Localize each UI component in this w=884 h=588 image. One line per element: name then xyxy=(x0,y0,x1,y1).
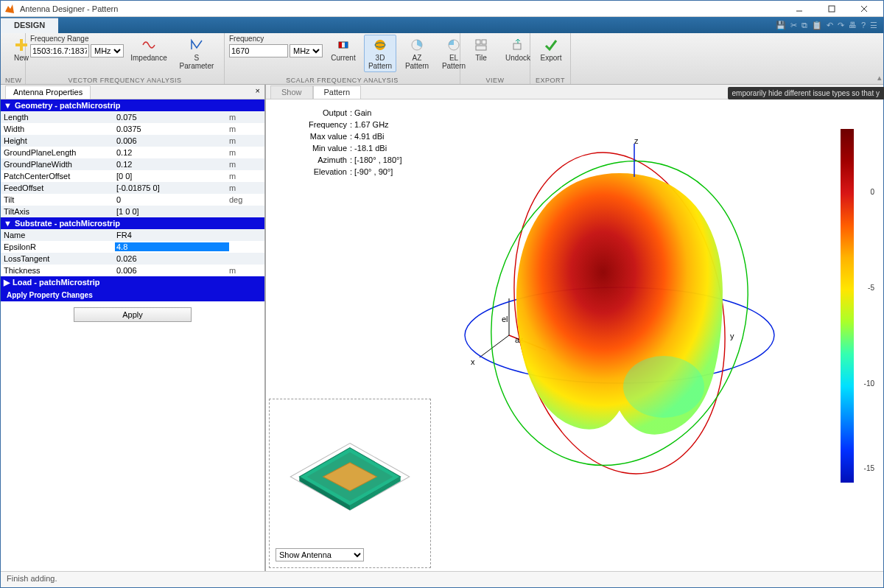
info-key: Azimuth xyxy=(288,154,347,166)
collapse-icon[interactable]: ▼ xyxy=(4,101,12,110)
freq-single-unit[interactable]: MHz xyxy=(290,44,323,57)
prop-name: Width xyxy=(1,125,115,133)
prop-row[interactable]: GroundPlaneLength0.12m xyxy=(1,147,264,158)
print-icon[interactable]: 🖶 xyxy=(849,21,857,29)
undock-button[interactable]: Undock xyxy=(502,35,534,64)
cut-icon[interactable]: ✂ xyxy=(790,21,797,30)
copy-icon[interactable]: ⧉ xyxy=(801,21,807,30)
prop-unit: m xyxy=(229,183,259,192)
info-val: : 1.67 GHz xyxy=(350,119,389,130)
tooltip: emporarily hide different issue types so… xyxy=(728,87,884,99)
prop-row[interactable]: NameFR4 xyxy=(1,229,264,241)
az-pattern-icon xyxy=(409,37,425,53)
tab-pattern[interactable]: Pattern xyxy=(313,85,361,99)
prop-value[interactable]: 0.0375 xyxy=(115,125,229,133)
prop-value[interactable]: 0.075 xyxy=(115,113,229,122)
tile-button[interactable]: Tile xyxy=(465,35,497,64)
apply-header: Apply Property Changes xyxy=(1,289,264,301)
paste-icon[interactable]: 📋 xyxy=(812,21,822,30)
prop-name: TiltAxis xyxy=(1,207,115,216)
az-pattern-button[interactable]: AZ Pattern xyxy=(401,35,433,72)
axis-el-label: el xyxy=(502,315,508,323)
freq-single-input[interactable] xyxy=(229,44,288,57)
pattern-info: Output : GainFrequency : 1.67 GHzMax val… xyxy=(288,107,402,178)
colorbar-tick: -15 xyxy=(864,464,874,472)
collapse-icon[interactable]: ▼ xyxy=(4,219,12,228)
prop-row[interactable]: GroundPlaneWidth0.12m xyxy=(1,158,264,170)
prop-name: Height xyxy=(1,136,115,145)
prop-row[interactable]: Length0.075m xyxy=(1,111,264,123)
prop-name: GroundPlaneWidth xyxy=(1,160,115,169)
apply-button[interactable]: Apply xyxy=(74,307,192,322)
right-pane: Show Pattern Output : GainFrequency : 1.… xyxy=(266,85,883,571)
thumbnail-select[interactable]: Show Antenna xyxy=(276,548,364,561)
maximize-button[interactable] xyxy=(815,1,848,17)
axis-x-label: x xyxy=(471,357,475,366)
geometry-block: ▼Geometry - patchMicrostrip Length0.075m… xyxy=(1,99,264,217)
design-tab[interactable]: DESIGN xyxy=(1,18,58,33)
quick-access-toolbar: 💾 ✂ ⧉ 📋 ↶ ↷ 🖶 ? ☰ xyxy=(776,17,883,33)
prop-row[interactable]: FeedOffset[-0.01875 0]m xyxy=(1,182,264,194)
prop-row[interactable]: PatchCenterOffset[0 0]m xyxy=(1,170,264,182)
expand-icon[interactable]: ▶ xyxy=(4,278,10,287)
prop-value[interactable]: 0.12 xyxy=(115,160,229,169)
prop-value[interactable]: FR4 xyxy=(115,231,229,239)
prop-row[interactable]: Height0.006m xyxy=(1,135,264,147)
prop-value[interactable]: 4.8 xyxy=(115,242,229,251)
freq-single-field: Frequency MHz xyxy=(229,35,323,57)
3d-pattern-icon xyxy=(372,37,388,53)
prop-value[interactable]: 0.026 xyxy=(115,254,229,263)
export-button[interactable]: Export xyxy=(535,35,567,64)
info-val: : 4.91 dBi xyxy=(350,130,384,142)
prop-unit: m xyxy=(229,148,259,157)
sparam-icon xyxy=(189,37,205,53)
impedance-button[interactable]: Impedance xyxy=(128,35,169,64)
substrate-block: ▼Substrate - patchMicrostrip NameFR4Epsi… xyxy=(1,217,264,276)
prop-value[interactable]: [0 0] xyxy=(115,172,229,181)
prop-value[interactable]: 0.12 xyxy=(115,148,229,157)
prop-row[interactable]: LossTangent0.026 xyxy=(1,253,264,265)
radiation-pattern-plot[interactable]: x y z az el xyxy=(413,122,796,505)
minimize-button[interactable] xyxy=(783,1,815,17)
check-icon xyxy=(543,37,559,53)
freq-range-input[interactable] xyxy=(30,44,89,57)
svg-rect-13 xyxy=(476,40,480,44)
current-button[interactable]: Current xyxy=(327,35,359,64)
prop-row[interactable]: EpsilonR4.8 xyxy=(1,241,264,253)
undo-icon[interactable]: ↶ xyxy=(827,21,833,30)
sparameter-button[interactable]: S Parameter xyxy=(174,35,220,72)
prop-row[interactable]: TiltAxis[1 0 0] xyxy=(1,206,264,217)
prop-unit: m xyxy=(229,113,259,122)
prop-value[interactable]: [-0.01875 0] xyxy=(115,183,229,192)
tab-show[interactable]: Show xyxy=(270,85,313,99)
pattern-view[interactable]: Output : GainFrequency : 1.67 GHzMax val… xyxy=(266,99,883,571)
menu-icon[interactable]: ☰ xyxy=(870,21,877,30)
prop-name: GroundPlaneLength xyxy=(1,148,115,157)
axis-z-label: z xyxy=(634,136,639,145)
info-key: Max value xyxy=(288,130,347,142)
info-val: : [-180° , 180°] xyxy=(350,154,402,166)
antenna-properties-tab[interactable]: Antenna Properties xyxy=(5,85,91,99)
redo-icon[interactable]: ↷ xyxy=(838,21,844,30)
close-button[interactable] xyxy=(848,1,880,17)
collapse-ribbon-icon[interactable]: ▴ xyxy=(877,73,882,83)
statusbar: Finish adding. xyxy=(1,571,883,587)
prop-value[interactable]: 0 xyxy=(115,195,229,204)
help-icon[interactable]: ? xyxy=(861,21,866,29)
svg-rect-8 xyxy=(345,42,348,48)
save-icon[interactable]: 💾 xyxy=(776,21,786,30)
freq-range-unit[interactable]: MHz xyxy=(91,44,124,57)
prop-name: Name xyxy=(1,231,115,239)
prop-row[interactable]: Width0.0375m xyxy=(1,123,264,135)
prop-value[interactable]: 0.006 xyxy=(115,266,229,275)
3d-pattern-button[interactable]: 3D Pattern xyxy=(364,35,396,72)
left-pane-close[interactable]: × xyxy=(251,85,264,99)
axis-y-label: y xyxy=(730,332,734,340)
prop-unit: m xyxy=(229,266,259,275)
prop-row[interactable]: Tilt0deg xyxy=(1,194,264,206)
info-key: Output xyxy=(288,107,347,119)
prop-row[interactable]: Thickness0.006m xyxy=(1,265,264,276)
prop-value[interactable]: [1 0 0] xyxy=(115,207,229,216)
group-new-label: NEW xyxy=(5,77,21,84)
prop-value[interactable]: 0.006 xyxy=(115,136,229,145)
